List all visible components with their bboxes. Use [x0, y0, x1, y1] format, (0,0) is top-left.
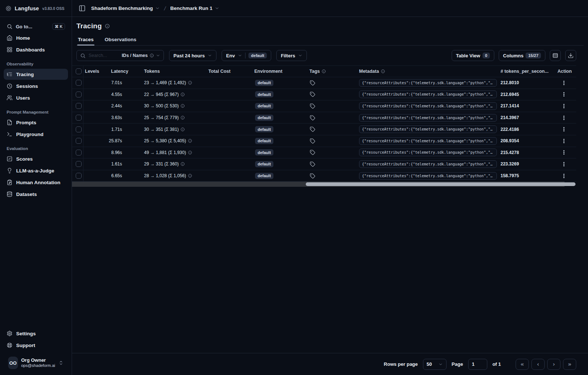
- columns-button[interactable]: Columns 15/27: [499, 50, 545, 61]
- column-header-total-cost[interactable]: Total Cost: [207, 69, 253, 74]
- page-number-input[interactable]: [468, 359, 487, 370]
- column-header-tokens-per-second[interactable]: # tokens_per_secon...: [499, 69, 556, 74]
- table-row[interactable]: 8.96s49 → 1,881 (Σ 1,930)default{"resour…: [72, 147, 576, 159]
- previous-page-button[interactable]: ‹: [531, 359, 545, 370]
- sidebar-item-sessions[interactable]: Sessions: [4, 81, 68, 92]
- cell-tags[interactable]: [308, 138, 358, 144]
- tab-observations[interactable]: Observations: [104, 35, 137, 45]
- cell-tags[interactable]: [308, 92, 358, 97]
- row-checkbox[interactable]: [72, 170, 83, 182]
- kebab-menu-icon[interactable]: [561, 173, 567, 179]
- row-checkbox[interactable]: [72, 158, 83, 170]
- cell-tags[interactable]: [308, 161, 358, 167]
- cell-action[interactable]: [556, 103, 576, 109]
- cell-metadata[interactable]: {"resourceAttributes":{"telemetry.sdk.la…: [358, 172, 499, 180]
- cell-action[interactable]: [556, 80, 576, 86]
- row-checkbox[interactable]: [72, 89, 83, 100]
- cell-action[interactable]: [556, 150, 576, 155]
- kebab-menu-icon[interactable]: [561, 161, 567, 167]
- goto-search-button[interactable]: Go to... ⌘ K: [4, 21, 68, 32]
- kebab-menu-icon[interactable]: [561, 115, 567, 121]
- env-filter[interactable]: Env default: [222, 50, 271, 61]
- horizontal-scrollbar[interactable]: [72, 182, 564, 187]
- row-checkbox[interactable]: [72, 135, 83, 147]
- cell-metadata[interactable]: {"resourceAttributes":{"telemetry.sdk.la…: [358, 125, 499, 133]
- table-row[interactable]: 4.55s22 → 945 (Σ 967)default{"resourceAt…: [72, 89, 576, 101]
- column-header-environment[interactable]: Environment: [253, 69, 308, 74]
- search-input[interactable]: [89, 53, 119, 58]
- breadcrumb-project[interactable]: Benchmark Run 1: [170, 6, 219, 11]
- table-row[interactable]: 2.44s30 → 500 (Σ 530)default{"resourceAt…: [72, 100, 576, 112]
- row-height-button[interactable]: [550, 50, 561, 61]
- search-control[interactable]: IDs / Names: [76, 50, 164, 61]
- sidebar-item-users[interactable]: Users: [4, 92, 68, 103]
- search-mode-selector[interactable]: IDs / Names: [122, 53, 160, 58]
- sidebar-item-support[interactable]: Support: [4, 340, 68, 351]
- row-checkbox[interactable]: [72, 147, 83, 158]
- column-header-tokens[interactable]: Tokens: [143, 69, 207, 74]
- sidebar-item-datasets[interactable]: Datasets: [4, 189, 68, 200]
- next-page-button[interactable]: ›: [547, 359, 560, 370]
- sidebar-item-settings[interactable]: Settings: [4, 328, 68, 339]
- sidebar-item-human-annotation[interactable]: Human Annotation: [4, 177, 68, 188]
- cell-tags[interactable]: [308, 103, 358, 109]
- cell-tags[interactable]: [308, 126, 358, 132]
- table-row[interactable]: 6.65s28 → 1,028 (Σ 1,056)default{"resour…: [72, 170, 576, 182]
- cell-metadata[interactable]: {"resourceAttributes":{"telemetry.sdk.la…: [358, 79, 499, 87]
- cell-tags[interactable]: [308, 150, 358, 155]
- kebab-menu-icon[interactable]: [561, 150, 567, 155]
- time-range-filter[interactable]: Past 24 hours: [169, 50, 216, 61]
- cell-tags[interactable]: [308, 115, 358, 121]
- table-view-button[interactable]: Table View 0: [452, 50, 494, 61]
- row-checkbox[interactable]: [72, 124, 83, 135]
- table-row[interactable]: 3.63s25 → 754 (Σ 779)default{"resourceAt…: [72, 112, 576, 124]
- kebab-menu-icon[interactable]: [561, 138, 567, 144]
- table-row[interactable]: 1.61s29 → 331 (Σ 360)default{"resourceAt…: [72, 158, 576, 170]
- info-icon[interactable]: [105, 24, 110, 29]
- column-header-tags[interactable]: Tags: [308, 69, 358, 74]
- sidebar-item-llm-as-a-judge[interactable]: LLM-as-a-Judge: [4, 165, 68, 176]
- row-checkbox[interactable]: [72, 77, 83, 89]
- cell-tags[interactable]: [308, 80, 358, 86]
- column-header-levels[interactable]: Levels: [83, 69, 110, 74]
- table-row[interactable]: 7.01s23 → 1,469 (Σ 1,492)default{"resour…: [72, 77, 576, 89]
- sidebar-item-prompts[interactable]: Prompts: [4, 117, 68, 128]
- kebab-menu-icon[interactable]: [561, 126, 567, 132]
- sidebar-toggle-button[interactable]: [76, 3, 87, 14]
- sidebar-item-home[interactable]: Home: [4, 32, 68, 43]
- kebab-menu-icon[interactable]: [561, 80, 567, 86]
- sidebar-item-playground[interactable]: Playground: [4, 129, 68, 140]
- last-page-button[interactable]: »: [563, 359, 576, 370]
- export-button[interactable]: [565, 50, 576, 61]
- tab-traces[interactable]: Traces: [77, 35, 94, 45]
- cell-action[interactable]: [556, 115, 576, 121]
- table-row[interactable]: 1.71s30 → 351 (Σ 381)default{"resourceAt…: [72, 124, 576, 135]
- sidebar-item-dashboards[interactable]: Dashboards: [4, 44, 68, 55]
- scrollbar-thumb[interactable]: [306, 182, 576, 186]
- cell-action[interactable]: [556, 138, 576, 144]
- cell-action[interactable]: [556, 126, 576, 132]
- cell-action[interactable]: [556, 92, 576, 97]
- cell-metadata[interactable]: {"resourceAttributes":{"telemetry.sdk.la…: [358, 102, 499, 110]
- row-checkbox[interactable]: [72, 112, 83, 124]
- cell-action[interactable]: [556, 173, 576, 179]
- cell-metadata[interactable]: {"resourceAttributes":{"telemetry.sdk.la…: [358, 149, 499, 156]
- rows-per-page-select[interactable]: 50: [423, 359, 447, 370]
- cell-metadata[interactable]: {"resourceAttributes":{"telemetry.sdk.la…: [358, 114, 499, 122]
- column-header-latency[interactable]: Latency: [110, 69, 143, 74]
- user-menu[interactable]: OO Org Owner ops@shadeform.ai: [7, 355, 64, 371]
- table-row[interactable]: 25.87s25 → 5,380 (Σ 5,405)default{"resou…: [72, 135, 576, 147]
- select-all-checkbox[interactable]: [72, 66, 83, 77]
- sidebar-item-tracing[interactable]: Tracing: [4, 69, 68, 80]
- column-header-metadata[interactable]: Metadata: [358, 69, 499, 74]
- kebab-menu-icon[interactable]: [561, 103, 567, 109]
- row-checkbox[interactable]: [72, 100, 83, 112]
- breadcrumb-org[interactable]: Shadeform Benchmarking: [91, 6, 160, 11]
- cell-tags[interactable]: [308, 173, 358, 179]
- cell-metadata[interactable]: {"resourceAttributes":{"telemetry.sdk.la…: [358, 90, 499, 98]
- kebab-menu-icon[interactable]: [561, 92, 567, 97]
- cell-action[interactable]: [556, 161, 576, 167]
- cell-metadata[interactable]: {"resourceAttributes":{"telemetry.sdk.la…: [358, 137, 499, 145]
- first-page-button[interactable]: «: [516, 359, 529, 370]
- cell-metadata[interactable]: {"resourceAttributes":{"telemetry.sdk.la…: [358, 160, 499, 168]
